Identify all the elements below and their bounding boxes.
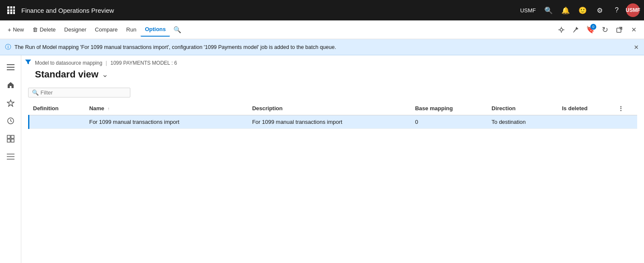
sidebar-recent-icon[interactable] — [2, 112, 19, 129]
help-icon-btn[interactable]: ? — [609, 3, 624, 18]
notification-badge-count: 0 — [590, 24, 596, 30]
table-row[interactable]: For 1099 manual transactions importFor 1… — [29, 115, 638, 129]
filter-input-wrapper[interactable]: 🔍 — [28, 88, 130, 97]
view-title-section: Standard view ⌄ — [21, 67, 644, 83]
sidebar-home-icon[interactable] — [2, 77, 19, 94]
delete-icon: 🗑 — [32, 26, 38, 33]
view-title: Standard view — [35, 69, 98, 80]
table-cell-is_deleted — [558, 115, 614, 129]
column-header-name[interactable]: Name ↑ — [85, 102, 247, 115]
options-button-label: Options — [145, 26, 166, 32]
content-header-row: Model to datasource mapping | 1099 PAYME… — [21, 55, 644, 67]
top-nav-bar: Finance and Operations Preview USMF 🔍 🔔 … — [0, 0, 644, 20]
info-banner: ⓘ The Run of Model mapping 'For 1099 man… — [0, 39, 644, 55]
options-button[interactable]: Options — [141, 23, 170, 37]
sort-icon: ↑ — [107, 106, 109, 111]
user-avatar[interactable]: USMF — [626, 3, 640, 17]
svg-rect-8 — [13, 12, 15, 14]
top-nav-right-section: USMF 🔍 🔔 🙂 ⚙ ? USMF — [520, 3, 640, 18]
sidebar-workspace-icon[interactable] — [2, 130, 19, 147]
breadcrumb: Model to datasource mapping | 1099 PAYME… — [35, 60, 177, 66]
svg-rect-25 — [11, 139, 14, 142]
app-title: Finance and Operations Preview — [21, 7, 520, 14]
info-banner-message: The Run of Model mapping 'For 1099 manua… — [14, 44, 336, 50]
run-button[interactable]: Run — [122, 23, 141, 37]
svg-rect-3 — [7, 9, 9, 11]
notification-icon-btn[interactable]: 🔔 — [558, 3, 573, 18]
table-header: Definition Name ↑ Description Base mappi… — [29, 102, 638, 115]
table-cell-base_mapping: 0 — [411, 115, 487, 129]
table-header-row: Definition Name ↑ Description Base mappi… — [29, 102, 638, 115]
info-banner-close-btn[interactable]: ✕ — [634, 44, 639, 51]
sidebar-favorites-icon[interactable] — [2, 94, 19, 111]
data-table: Definition Name ↑ Description Base mappi… — [28, 102, 637, 129]
svg-rect-24 — [7, 139, 10, 142]
left-sidebar — [0, 55, 21, 263]
row-more-options[interactable] — [614, 115, 637, 129]
svg-rect-7 — [10, 12, 12, 14]
toolbar-search-icon[interactable]: 🔍 — [170, 24, 185, 35]
view-title-row: Standard view ⌄ — [35, 69, 637, 80]
toolbar: + New 🗑 Delete Designer Compare Run Opti… — [0, 20, 644, 39]
column-more-options[interactable]: ⋮ — [614, 102, 637, 115]
svg-rect-17 — [7, 64, 14, 65]
table-cell-definition — [29, 115, 85, 129]
svg-rect-23 — [11, 135, 14, 138]
svg-rect-6 — [7, 12, 9, 14]
svg-rect-2 — [13, 6, 15, 9]
delete-button-label: Delete — [40, 26, 56, 33]
smiley-icon-btn[interactable]: 🙂 — [575, 3, 590, 18]
svg-rect-0 — [7, 6, 9, 9]
filter-search-icon: 🔍 — [32, 89, 39, 96]
column-header-is-deleted: Is deleted — [558, 102, 614, 115]
app-grid-icon[interactable] — [4, 3, 18, 17]
company-name: USMF — [520, 7, 536, 14]
pin-icon-btn[interactable] — [569, 23, 583, 37]
svg-rect-4 — [10, 9, 12, 11]
filter-funnel-icon[interactable] — [25, 59, 32, 67]
info-icon: ⓘ — [5, 43, 11, 51]
column-header-direction: Direction — [487, 102, 558, 115]
open-new-btn[interactable] — [612, 23, 626, 37]
svg-rect-18 — [7, 67, 14, 68]
compare-button-label: Compare — [95, 26, 118, 33]
table-body: For 1099 manual transactions importFor 1… — [29, 115, 638, 129]
settings-icon-btn[interactable]: ⚙ — [592, 3, 607, 18]
run-button-label: Run — [126, 26, 136, 33]
breadcrumb-model-mapping: Model to datasource mapping — [35, 60, 102, 66]
table-cell-direction: To destination — [487, 115, 558, 129]
data-table-wrapper[interactable]: Definition Name ↑ Description Base mappi… — [21, 102, 644, 263]
refresh-btn[interactable]: ↻ — [598, 23, 612, 37]
svg-point-9 — [560, 29, 563, 31]
sidebar-list-icon[interactable] — [2, 148, 19, 165]
search-icon-btn[interactable]: 🔍 — [541, 3, 556, 18]
svg-marker-20 — [7, 100, 14, 106]
table-cell-description: For 1099 manual transactions import — [248, 115, 411, 129]
designer-button[interactable]: Designer — [60, 23, 91, 37]
close-btn[interactable]: ✕ — [627, 23, 641, 37]
notification-count-btn[interactable]: 🔖 0 — [584, 23, 597, 37]
content-area: Model to datasource mapping | 1099 PAYME… — [21, 55, 644, 263]
column-header-description: Description — [248, 102, 411, 115]
new-button-label: New — [13, 26, 24, 33]
filter-bar: 🔍 — [21, 83, 644, 102]
main-layout: Model to datasource mapping | 1099 PAYME… — [0, 55, 644, 263]
table-cell-name: For 1099 manual transactions import — [85, 115, 247, 129]
compare-button[interactable]: Compare — [91, 23, 122, 37]
new-button[interactable]: + New — [3, 23, 28, 37]
personalize-icon-btn[interactable] — [555, 23, 568, 37]
column-header-definition: Definition — [29, 102, 85, 115]
svg-rect-1 — [10, 6, 12, 9]
view-dropdown-icon[interactable]: ⌄ — [102, 70, 108, 79]
svg-rect-22 — [7, 135, 10, 138]
breadcrumb-model-name: 1099 PAYMENTS MODEL : 6 — [110, 60, 177, 66]
toolbar-right: 🔖 0 ↻ ✕ — [555, 23, 641, 37]
breadcrumb-separator: | — [106, 60, 107, 66]
sidebar-hamburger-icon[interactable] — [2, 59, 19, 76]
filter-input[interactable] — [40, 89, 126, 96]
delete-button[interactable]: 🗑 Delete — [28, 23, 60, 37]
designer-button-label: Designer — [64, 26, 86, 33]
new-plus-icon: + — [8, 26, 11, 33]
svg-rect-19 — [7, 69, 14, 70]
column-header-base-mapping: Base mapping — [411, 102, 487, 115]
